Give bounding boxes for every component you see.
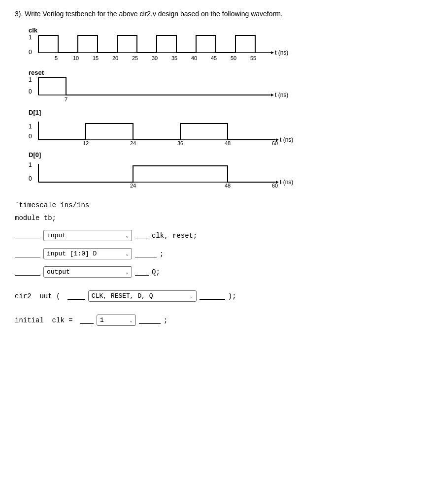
svg-text:t (ns): t (ns) [280,136,293,143]
svg-text:25: 25 [132,55,138,61]
timescale-line: `timescale 1ns/1ns [15,201,419,209]
uut-blank-2 [200,293,225,300]
dropdown-initial-val-label: 1 [100,316,104,324]
svg-text:t (ns): t (ns) [280,179,293,186]
dropdown-input-label: input [47,232,66,239]
initial-suffix: ; [164,316,167,324]
svg-text:48: 48 [225,183,231,189]
reset-wave-row: reset 1 0 t (ns) 7 [25,68,419,105]
svg-text:20: 20 [112,55,118,61]
dropdown-arrow-4: ⌄ [190,293,193,299]
svg-text:36: 36 [177,140,183,146]
dropdown-output[interactable]: output ⌄ [43,266,132,278]
code-section: `timescale 1ns/1ns module tb; input ⌄ cl… [15,201,419,326]
svg-text:clk: clk [29,27,38,34]
dropdown-arrow-3: ⌄ [126,269,129,275]
svg-text:48: 48 [225,140,231,146]
uut-row: cir2 uut ( CLK, RESET, D, Q ⌄ ); [15,290,419,302]
question-number: 3). [15,10,23,18]
svg-text:1: 1 [29,34,32,41]
dropdown-arrow-2: ⌄ [126,251,129,257]
q-text: Q; [152,268,160,276]
d0-waveform: D[0] 1 0 t (ns) 24 48 60 [25,150,310,189]
svg-text:40: 40 [191,55,197,61]
semicolon-2: ; [160,250,164,258]
svg-text:t (ns): t (ns) [275,92,288,98]
question-text: 3). Write Verilog testbench for the abov… [15,10,419,18]
svg-text:50: 50 [231,55,236,61]
timescale-text: `timescale 1ns/1ns [15,201,89,209]
svg-text:55: 55 [250,55,256,61]
dropdown-input-d[interactable]: input [1:0] D ⌄ [43,248,132,259]
dropdown-input[interactable]: input ⌄ [43,230,132,241]
svg-text:30: 30 [152,55,158,61]
uut-suffix: ); [228,292,236,300]
dropdown-arrow-1: ⌄ [126,233,129,239]
clk-wave-row: clk 1 0 t (ns) 5 10 15 20 25 30 35 40 45… [25,26,419,65]
svg-text:24: 24 [130,183,136,189]
initial-blank-1 [80,317,94,324]
svg-text:60: 60 [272,183,278,189]
d1-waveform: D[1] 1 0 t (ns) 12 24 36 48 60 [25,108,310,147]
svg-text:0: 0 [29,88,32,95]
svg-text:60: 60 [272,140,278,146]
initial-blank-2 [139,317,161,324]
uut-blank-1 [67,293,85,300]
uut-prefix: cir2 uut ( [15,292,65,300]
code-row-3: output ⌄ Q; [15,266,419,278]
svg-text:5: 5 [55,55,58,61]
svg-text:35: 35 [171,55,177,61]
dropdown-input-d-label: input [1:0] D [47,250,97,257]
svg-text:12: 12 [83,140,89,146]
blank-3-1 [15,269,40,276]
svg-text:0: 0 [29,133,32,140]
svg-marker-4 [271,51,274,54]
blank-1-2 [135,232,149,239]
blank-3-2 [135,269,149,276]
svg-text:D[1]: D[1] [29,109,41,116]
initial-prefix: initial clk = [15,316,77,324]
question-body: Write Verilog testbench for the above ci… [25,10,282,18]
initial-row: initial clk = 1 ⌄ ; [15,315,419,326]
svg-text:1: 1 [29,161,32,168]
svg-text:reset: reset [29,69,44,76]
svg-text:45: 45 [211,55,217,61]
dropdown-uut-ports[interactable]: CLK, RESET, D, Q ⌄ [88,290,197,302]
module-text: module tb; [15,214,56,222]
dropdown-uut-ports-label: CLK, RESET, D, Q [92,292,153,300]
reset-waveform: reset 1 0 t (ns) 7 [25,68,300,105]
dropdown-output-label: output [47,268,70,276]
svg-text:D[0]: D[0] [29,151,41,158]
svg-text:7: 7 [65,96,67,102]
svg-text:t (ns): t (ns) [275,49,288,56]
module-line: module tb; [15,214,419,222]
svg-text:1: 1 [29,76,32,83]
svg-marker-22 [271,94,274,96]
clk-waveform: clk 1 0 t (ns) 5 10 15 20 25 30 35 40 45… [25,26,300,65]
svg-text:0: 0 [29,175,32,182]
svg-text:1: 1 [29,123,32,130]
blank-1-1 [15,232,40,239]
code-row-1: input ⌄ clk, reset; [15,230,419,241]
dropdown-initial-val[interactable]: 1 ⌄ [97,315,136,326]
code-row-2: input [1:0] D ⌄ ; [15,248,419,259]
clk-reset-text: clk, reset; [152,232,197,240]
svg-text:0: 0 [29,49,32,56]
svg-text:15: 15 [93,55,99,61]
d1-wave-row: D[1] 1 0 t (ns) 12 24 36 48 60 [25,108,419,147]
waveform-container: clk 1 0 t (ns) 5 10 15 20 25 30 35 40 45… [25,26,419,189]
d0-wave-row: D[0] 1 0 t (ns) 24 48 60 [25,150,419,189]
svg-text:24: 24 [130,140,136,146]
svg-text:10: 10 [73,55,79,61]
blank-2-2 [135,251,157,257]
dropdown-arrow-5: ⌄ [130,317,133,323]
blank-2-1 [15,251,40,257]
